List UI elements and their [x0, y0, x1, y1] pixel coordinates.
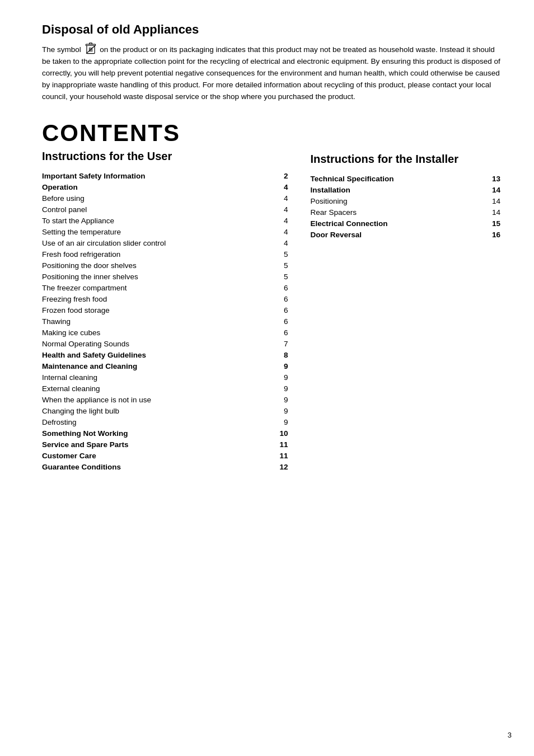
entry-title: Important Safety Information [42, 172, 274, 180]
toc-entry: Operation4 [42, 182, 288, 193]
entry-title: Defrosting [42, 418, 274, 426]
entry-title: Service and Spare Parts [42, 440, 274, 449]
toc-entry: Control panel4 [42, 204, 288, 215]
entry-title: The freezer compartment [42, 284, 274, 292]
entry-page: 2 [274, 172, 288, 180]
entry-title: Door Reversal [310, 231, 487, 239]
toc-entry: Normal Operating Sounds7 [42, 339, 288, 350]
entry-page: 15 [487, 219, 500, 228]
page-number: 3 [508, 731, 512, 739]
entry-page: 9 [274, 396, 288, 404]
entry-title: Frozen food storage [42, 306, 274, 314]
entry-page: 6 [274, 328, 288, 337]
entry-page: 4 [274, 194, 288, 203]
entry-page: 4 [274, 239, 288, 247]
entry-title: To start the Appliance [42, 217, 274, 225]
toc-entry: When the appliance is not in use9 [42, 395, 288, 406]
entry-page: 14 [487, 186, 500, 194]
entry-page: 6 [274, 317, 288, 326]
entry-title: Setting the temperature [42, 228, 274, 236]
entry-title: Guarantee Conditions [42, 463, 274, 471]
entry-page: 13 [487, 175, 500, 183]
entry-title: Making ice cubes [42, 328, 274, 337]
entry-page: 6 [274, 295, 288, 303]
toc-entry: Something Not Working10 [42, 428, 288, 439]
weee-icon [85, 43, 97, 55]
entry-title: Customer Care [42, 452, 274, 460]
entry-page: 11 [274, 440, 288, 449]
entry-page: 6 [274, 284, 288, 292]
disposal-title: Disposal of old Appliances [42, 22, 500, 37]
entry-title: Positioning [310, 197, 487, 205]
entry-page: 4 [274, 183, 288, 191]
installer-toc: Technical Specification13Installation14P… [310, 173, 500, 241]
entry-page: 9 [274, 362, 288, 370]
toc-entry: Making ice cubes6 [42, 327, 288, 339]
toc-entry: Thawing6 [42, 316, 288, 327]
entry-title: Rear Spacers [310, 208, 487, 217]
entry-page: 5 [274, 273, 288, 281]
entry-title: Freezing fresh food [42, 295, 274, 303]
entry-page: 14 [487, 197, 500, 205]
contents-heading: CONTENTS [42, 120, 500, 147]
toc-entry: Customer Care11 [42, 450, 288, 462]
toc-entry: Guarantee Conditions12 [42, 462, 288, 473]
entry-page: 9 [274, 407, 288, 415]
toc-entry: Rear Spacers14 [310, 207, 500, 218]
entry-title: Normal Operating Sounds [42, 340, 274, 348]
entry-title: Control panel [42, 205, 274, 214]
entry-page: 10 [274, 429, 288, 438]
entry-title: Use of an air circulation slider control [42, 239, 274, 247]
toc-entry: Fresh food refrigeration5 [42, 249, 288, 260]
toc-entry: Important Safety Information2 [42, 171, 288, 182]
toc-entry: Electrical Connection15 [310, 218, 500, 229]
toc-entry: Door Reversal16 [310, 229, 500, 241]
entry-title: Maintenance and Cleaning [42, 362, 274, 370]
toc-entry: To start the Appliance4 [42, 215, 288, 227]
entry-page: 14 [487, 208, 500, 217]
entry-page: 8 [274, 351, 288, 359]
entry-page: 4 [274, 217, 288, 225]
toc-entry: Use of an air circulation slider control… [42, 238, 288, 249]
toc-entry: Service and Spare Parts11 [42, 439, 288, 450]
symbol-prefix: The symbol [42, 45, 83, 54]
entry-title: Thawing [42, 317, 274, 326]
svg-line-8 [86, 46, 95, 54]
user-instructions-col: Instructions for the User Important Safe… [42, 150, 288, 473]
disposal-body-text: on the product or on its packaging indic… [42, 45, 500, 101]
entry-title: Fresh food refrigeration [42, 250, 274, 259]
toc-entry: Defrosting9 [42, 417, 288, 428]
entry-page: 4 [274, 205, 288, 214]
entry-page: 9 [274, 418, 288, 426]
toc-entry: Freezing fresh food6 [42, 294, 288, 305]
toc-layout: Instructions for the User Important Safe… [42, 150, 500, 473]
toc-entry: External cleaning9 [42, 383, 288, 395]
installer-instructions-heading: Instructions for the Installer [310, 152, 500, 166]
entry-title: When the appliance is not in use [42, 396, 274, 404]
entry-page: 9 [274, 384, 288, 393]
entry-title: Operation [42, 183, 274, 191]
entry-title: Positioning the inner shelves [42, 273, 274, 281]
entry-title: Internal cleaning [42, 373, 274, 382]
installer-instructions-col: Instructions for the Installer Technical… [310, 150, 500, 473]
entry-title: Before using [42, 194, 274, 203]
entry-title: Installation [310, 186, 487, 194]
disposal-section: Disposal of old Appliances The symbol on… [42, 22, 500, 103]
entry-title: Changing the light bulb [42, 407, 274, 415]
entry-page: 5 [274, 261, 288, 270]
entry-page: 6 [274, 306, 288, 314]
entry-title: Health and Safety Guidelines [42, 351, 274, 359]
svg-rect-4 [86, 44, 95, 45]
toc-entry: Changing the light bulb9 [42, 406, 288, 417]
user-instructions-heading: Instructions for the User [42, 150, 288, 163]
toc-entry: Positioning14 [310, 196, 500, 207]
entry-page: 5 [274, 250, 288, 259]
entry-title: Technical Specification [310, 175, 487, 183]
entry-page: 9 [274, 373, 288, 382]
toc-entry: Installation14 [310, 185, 500, 196]
toc-entry: Before using4 [42, 193, 288, 204]
toc-entry: Health and Safety Guidelines8 [42, 350, 288, 361]
toc-entry: Maintenance and Cleaning9 [42, 361, 288, 372]
toc-entry: Frozen food storage6 [42, 305, 288, 316]
entry-page: 4 [274, 228, 288, 236]
